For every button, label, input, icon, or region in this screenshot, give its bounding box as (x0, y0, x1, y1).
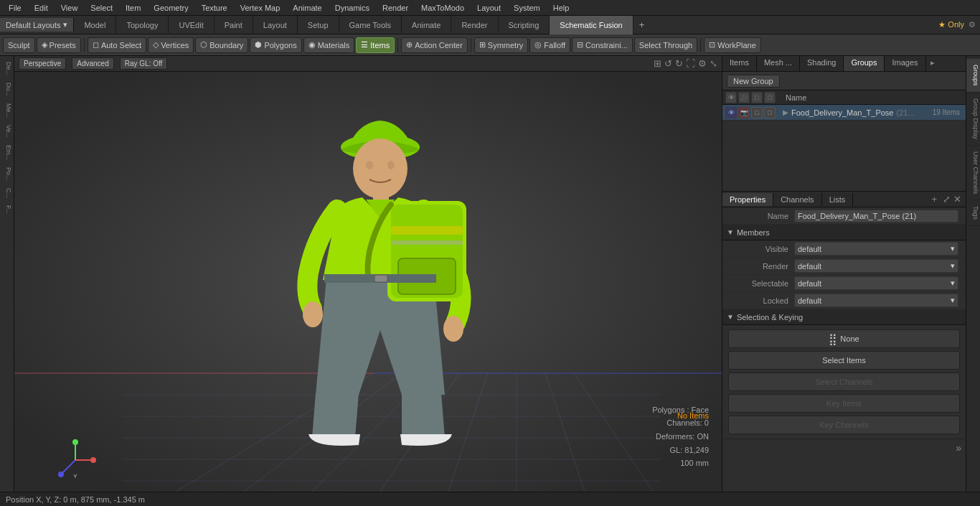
left-tab-2[interactable]: Me... (1, 100, 14, 121)
members-section[interactable]: ▼ Members (722, 225, 966, 240)
left-tab-3[interactable]: Ve... (1, 122, 14, 141)
left-tab-6[interactable]: C... (1, 185, 14, 201)
add-layout-tab-button[interactable]: + (633, 17, 651, 33)
keying-none-button[interactable]: ⣿ None (728, 329, 960, 348)
viewport-shading-btn[interactable]: Advanced (72, 57, 113, 70)
select-items-button[interactable]: Select Items (728, 351, 960, 370)
viewport-icon-4[interactable]: ⛶ (686, 58, 695, 69)
selectable-dropdown[interactable]: default ▾ (794, 276, 958, 290)
select-channels-button[interactable]: Select Channels (728, 373, 960, 391)
col-render-icon[interactable]: 🎥 (738, 92, 750, 103)
tab-schematic-fusion[interactable]: Schematic Fusion (550, 16, 633, 34)
rt-tab-user-channels[interactable]: User Channels (966, 146, 981, 201)
viewport-icon-2[interactable]: ↺ (664, 58, 672, 69)
workplane-button[interactable]: ⊡ WorkPlane (704, 37, 761, 53)
menu-file[interactable]: File (3, 2, 27, 14)
tab-setup[interactable]: Setup (298, 16, 339, 34)
item-sq1-icon[interactable]: □ (751, 107, 763, 118)
il-tab-groups[interactable]: Groups (844, 56, 885, 71)
menu-animate[interactable]: Animate (287, 2, 327, 14)
add-props-tab-button[interactable]: + (925, 192, 943, 207)
locked-dropdown[interactable]: default ▾ (794, 294, 958, 307)
new-group-button[interactable]: New Group (727, 75, 780, 88)
falloff-button[interactable]: ◎ Falloff (529, 37, 570, 53)
constraini-button[interactable]: ⊟ Constraini... (572, 37, 633, 53)
tab-model[interactable]: Model (74, 16, 116, 34)
selection-keying-section[interactable]: ▼ Selection & Keying (722, 309, 966, 325)
tab-uvedit[interactable]: UVEdit (169, 16, 214, 34)
panel-expand-right-icon[interactable]: » (956, 442, 961, 454)
item-row-0[interactable]: 👁 📷 □ □ ▶ Food_Delivery_Man_T_Pose (21..… (722, 105, 966, 121)
viewport-canvas[interactable]: No Items Polygons : Face Channels: 0 Def… (14, 72, 722, 492)
menu-system[interactable]: System (508, 2, 546, 14)
tab-layout[interactable]: Layout (253, 16, 298, 34)
auto-select-button[interactable]: ◻ Auto Select (88, 37, 146, 53)
action-center-button[interactable]: ⊕ Action Center (401, 37, 468, 53)
viewport-icon-5[interactable]: ⚙ (698, 58, 707, 69)
col-square2-icon[interactable]: □ (764, 92, 776, 103)
menu-item[interactable]: Item (120, 2, 146, 14)
menu-help[interactable]: Help (547, 2, 575, 14)
il-tab-shading[interactable]: Shading (800, 56, 844, 71)
props-tab-channels[interactable]: Channels (773, 193, 821, 206)
viewport-icon-1[interactable]: ⊞ (654, 58, 661, 69)
props-close-icon[interactable]: ✕ (953, 194, 961, 205)
menu-dynamics[interactable]: Dynamics (329, 2, 375, 14)
tab-scripting[interactable]: Scripting (499, 16, 550, 34)
materials-button[interactable]: ◉ Materials (303, 37, 355, 53)
sculpt-button[interactable]: Sculpt (3, 37, 35, 53)
viewport-expand-icon[interactable]: ⤡ (710, 58, 717, 69)
menu-vertex-map[interactable]: Vertex Map (235, 2, 286, 14)
menu-edit[interactable]: Edit (29, 2, 54, 14)
il-tab-expand[interactable]: ▸ (926, 56, 939, 71)
vertices-button[interactable]: ◇ Vertices (148, 37, 194, 53)
tab-paint[interactable]: Paint (215, 16, 253, 34)
menu-geometry[interactable]: Geometry (148, 2, 194, 14)
left-tab-0[interactable]: De... (1, 59, 14, 78)
symmetry-button[interactable]: ⊞ Symmetry (474, 37, 529, 53)
key-items-button[interactable]: Key Items (728, 394, 960, 413)
tab-animate[interactable]: Animate (402, 16, 451, 34)
left-tab-4[interactable]: Em... (1, 142, 14, 163)
left-tab-7[interactable]: F... (1, 202, 14, 217)
props-expand-icon[interactable]: ⤢ (943, 194, 951, 205)
menu-layout[interactable]: Layout (471, 2, 507, 14)
menu-maxtomodo[interactable]: MaxToModo (415, 2, 470, 14)
prop-name-value[interactable] (794, 210, 958, 222)
menu-select[interactable]: Select (85, 2, 118, 14)
render-dropdown[interactable]: default ▾ (794, 259, 958, 273)
item-cam-icon[interactable]: 📷 (738, 107, 750, 118)
item-eye-icon[interactable]: 👁 (725, 107, 737, 118)
viewport[interactable]: Perspective Advanced Ray GL: Off ⊞ ↺ ↻ ⛶… (14, 56, 722, 492)
tab-render[interactable]: Render (451, 16, 498, 34)
polygons-button[interactable]: ⬢ Polygons (250, 37, 301, 53)
rt-tab-tags[interactable]: Tags (966, 200, 981, 226)
il-tab-mesh[interactable]: Mesh ... (757, 56, 800, 71)
props-tab-lists[interactable]: Lists (822, 193, 854, 206)
left-tab-5[interactable]: Po... (1, 164, 14, 184)
rt-tab-groups[interactable]: Groups (966, 59, 981, 93)
menu-render[interactable]: Render (377, 2, 414, 14)
settings-icon[interactable]: ⚙ (969, 20, 976, 29)
name-input[interactable] (794, 210, 958, 222)
col-square1-icon[interactable]: □ (751, 92, 763, 103)
menu-texture[interactable]: Texture (196, 2, 233, 14)
viewport-raygl-btn[interactable]: Ray GL: Off (120, 57, 168, 70)
visible-dropdown[interactable]: default ▾ (794, 242, 958, 256)
rt-tab-group-display[interactable]: Group Display (966, 93, 981, 146)
boundary-button[interactable]: ⬡ Boundary (195, 37, 248, 53)
il-tab-images[interactable]: Images (885, 56, 925, 71)
select-through-button[interactable]: Select Through (634, 37, 697, 53)
item-lock-icon[interactable]: □ (764, 107, 776, 118)
presets-button[interactable]: ◈ Presets (37, 37, 81, 53)
key-channels-button[interactable]: Key Channels (728, 416, 960, 434)
items-button[interactable]: ☰ Items (356, 37, 395, 53)
viewport-icon-3[interactable]: ↻ (675, 58, 683, 69)
props-tab-properties[interactable]: Properties (722, 193, 773, 206)
col-visibility-icon[interactable]: 👁 (725, 92, 737, 103)
viewport-mode-btn[interactable]: Perspective (19, 57, 66, 70)
menu-view[interactable]: View (55, 2, 84, 14)
left-tab-1[interactable]: Du... (1, 80, 14, 99)
tab-topology[interactable]: Topology (116, 16, 169, 34)
il-tab-items[interactable]: Items (722, 56, 757, 71)
